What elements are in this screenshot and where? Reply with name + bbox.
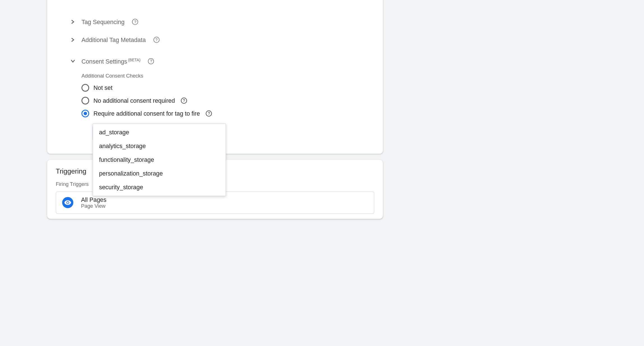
section-title: Additional Tag Metadata [82, 36, 146, 43]
help-icon[interactable]: ? [148, 58, 154, 64]
tag-sequencing-section[interactable]: Tag Sequencing ? [47, 13, 383, 31]
radio-icon-selected[interactable] [82, 110, 89, 118]
trigger-type: Page View [81, 203, 106, 209]
radio-row-not-set[interactable]: Not set [82, 81, 383, 94]
help-icon[interactable]: ? [132, 19, 138, 25]
dropdown-item[interactable]: ad_storage [93, 125, 226, 139]
radio-label: Require additional consent for tag to fi… [94, 110, 200, 117]
section-title: Tag Sequencing [82, 18, 125, 25]
chevron-right-icon [70, 38, 75, 42]
help-icon[interactable]: ? [206, 111, 212, 116]
radio-label: Not set [94, 84, 113, 91]
help-icon[interactable]: ? [181, 98, 187, 104]
dropdown-item[interactable]: analytics_storage [93, 139, 226, 153]
radio-icon[interactable] [82, 84, 89, 92]
chevron-right-icon [70, 20, 75, 24]
help-icon[interactable]: ? [154, 37, 159, 43]
consent-settings-section[interactable]: Consent Settings(BETA) ? [47, 52, 383, 70]
radio-icon[interactable] [82, 97, 89, 105]
consent-title-text: Consent Settings [82, 58, 127, 65]
trigger-name: All Pages [81, 196, 106, 203]
additional-metadata-section[interactable]: Additional Tag Metadata ? [47, 31, 383, 49]
dropdown-item[interactable]: security_storage [93, 180, 226, 194]
radio-row-require[interactable]: Require additional consent for tag to fi… [82, 107, 383, 120]
trigger-text: All Pages Page View [81, 196, 106, 209]
consent-sub-label: Additional Consent Checks [82, 73, 383, 79]
dropdown-item[interactable]: personalization_storage [93, 167, 226, 180]
radio-row-no-additional[interactable]: No additional consent required ? [82, 94, 383, 107]
tag-settings-card: Tag Sequencing ? Additional Tag Metadata… [47, 0, 383, 154]
page-view-icon [62, 197, 73, 208]
beta-badge: (BETA) [128, 58, 140, 62]
section-title: Consent Settings(BETA) [82, 58, 140, 65]
consent-dropdown: ad_storage analytics_storage functionali… [92, 123, 226, 196]
radio-label: No additional consent required [94, 97, 175, 104]
chevron-down-icon [70, 60, 75, 63]
dropdown-item[interactable]: functionality_storage [93, 153, 226, 167]
